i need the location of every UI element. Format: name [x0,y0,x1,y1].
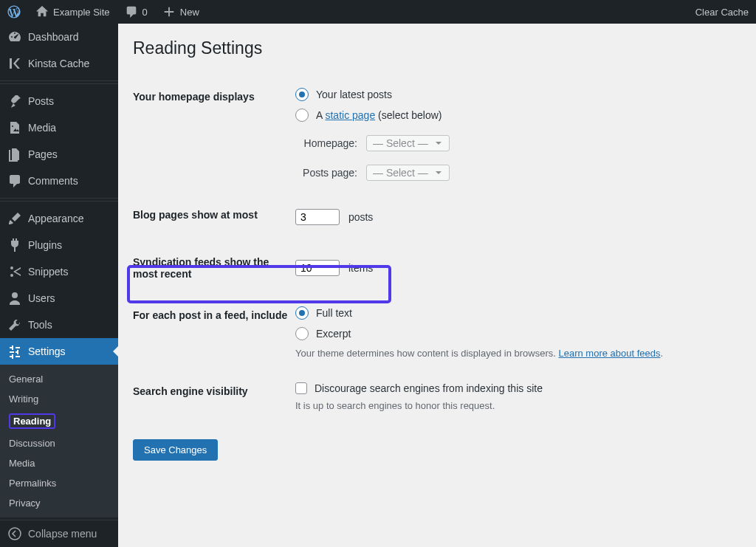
collapse-icon [7,526,22,541]
submenu-general[interactable]: General [0,369,118,389]
sev-checkbox[interactable] [295,382,307,394]
feed-description: Your theme determines how content is dis… [295,348,734,359]
save-changes-button[interactable]: Save Changes [133,439,218,461]
new-label: New [180,7,199,18]
sidebar-item-dashboard[interactable]: Dashboard [0,24,118,50]
sidebar-label: Tools [28,319,52,331]
submenu-permalinks[interactable]: Permalinks [0,473,118,493]
sev-description: It is up to search engines to honor this… [295,400,734,411]
pages-icon [7,147,22,162]
new-content[interactable]: New [155,0,207,24]
posts-suffix: posts [348,211,373,223]
homepage-select[interactable]: — Select — [366,135,450,151]
sidebar-item-appearance[interactable]: Appearance [0,205,118,232]
collapse-label: Collapse menu [28,528,97,540]
sidebar-label: Users [28,292,55,304]
static-page-label: A static page (select below) [316,109,441,121]
sidebar-label: Plugins [28,239,62,251]
sidebar-label: Settings [28,345,66,357]
radio-latest-posts[interactable] [295,88,309,101]
chevron-down-icon [434,168,443,177]
comments-icon [7,173,22,188]
submenu-reading[interactable]: Reading [0,409,118,433]
admin-bar-left: Example Site 0 New [0,0,207,24]
clear-cache[interactable]: Clear Cache [688,0,756,24]
sidebar-item-comments[interactable]: Comments [0,168,118,194]
radio-excerpt[interactable] [295,327,309,340]
blog-pages-label: Blog pages show at most [133,193,295,241]
sidebar-item-plugins[interactable]: Plugins [0,232,118,258]
user-icon [7,291,22,306]
sliders-icon [7,344,22,359]
sidebar-label: Media [28,122,56,134]
sidebar-label: Kinsta Cache [28,58,89,69]
feed-include-label: For each post in a feed, include [133,295,295,371]
site-name[interactable]: Example Site [28,0,117,24]
menu-separator [0,198,118,202]
page-title: Reading Settings [133,38,741,58]
posts-page-select-label: Posts page: [295,167,357,179]
content-area: Reading Settings Your homepage displays … [118,24,756,547]
sidebar-item-kinsta[interactable]: Kinsta Cache [0,50,118,77]
sidebar-item-users[interactable]: Users [0,285,118,312]
menu-separator [0,80,118,84]
chevron-down-icon [434,139,443,148]
radio-full-text[interactable] [295,306,309,320]
learn-more-feeds-link[interactable]: Learn more about feeds [558,348,660,359]
comment-icon [125,5,138,18]
collapse-menu[interactable]: Collapse menu [0,520,118,547]
submenu-privacy[interactable]: Privacy [0,493,118,513]
admin-sidebar: Dashboard Kinsta Cache Posts Media Pages… [0,24,118,547]
scissors-icon [7,264,22,279]
svg-point-0 [9,528,21,540]
submenu-media[interactable]: Media [0,453,118,473]
settings-form-table: Your homepage displays Your latest posts… [133,76,741,423]
sidebar-item-settings[interactable]: Settings [0,338,118,365]
sidebar-item-snippets[interactable]: Snippets [0,258,118,285]
excerpt-label: Excerpt [316,328,351,340]
sidebar-label: Comments [28,175,78,187]
sidebar-item-media[interactable]: Media [0,114,118,141]
syndication-label: Syndication feeds show the most recent [133,241,295,295]
static-page-link[interactable]: static page [325,109,375,121]
wrench-icon [7,317,22,332]
sev-label: Search engine visibility [133,371,295,423]
comments-link[interactable]: 0 [117,0,155,24]
items-suffix: items [348,262,373,274]
full-text-label: Full text [316,307,352,319]
media-icon [7,120,22,135]
pin-icon [7,94,22,109]
sidebar-label: Snippets [28,266,68,278]
home-icon [35,5,49,18]
radio-static-page[interactable] [295,109,309,122]
sidebar-label: Posts [28,95,54,107]
comments-count: 0 [142,7,148,18]
settings-submenu: General Writing Reading Discussion Media… [0,365,118,517]
sev-checkbox-label: Discourage search engines from indexing … [315,382,543,394]
plus-icon [162,5,176,18]
submenu-writing[interactable]: Writing [0,389,118,409]
plug-icon [7,238,22,252]
homepage-select-label: Homepage: [295,137,357,149]
wordpress-icon [7,5,21,18]
clear-cache-label: Clear Cache [695,7,749,18]
brush-icon [7,211,22,226]
latest-posts-label: Your latest posts [316,89,392,100]
blog-pages-input[interactable] [295,209,340,225]
sidebar-label: Dashboard [28,31,79,43]
admin-bar: Example Site 0 New Clear Cache [0,0,756,24]
sidebar-label: Appearance [28,213,84,224]
homepage-displays-label: Your homepage displays [133,76,295,193]
submenu-discussion[interactable]: Discussion [0,433,118,453]
sidebar-item-tools[interactable]: Tools [0,312,118,338]
sidebar-label: Pages [28,148,58,160]
syndication-input[interactable] [295,260,340,276]
site-name-label: Example Site [53,7,110,18]
wp-logo[interactable] [0,0,28,24]
dashboard-icon [7,30,22,44]
sidebar-item-posts[interactable]: Posts [0,88,118,114]
sidebar-item-pages[interactable]: Pages [0,141,118,168]
kinsta-icon [7,56,22,71]
posts-page-select[interactable]: — Select — [366,165,450,181]
